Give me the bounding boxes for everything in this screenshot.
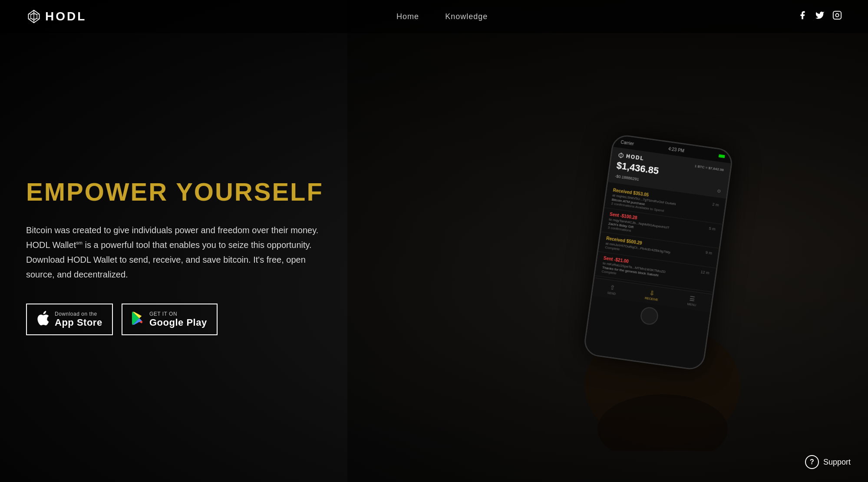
svg-rect-5 (833, 11, 841, 19)
tx-time-4: 12 m (700, 270, 710, 275)
phone-brand-name: HODL (626, 153, 645, 162)
google-play-small-text: GET IT ON (149, 311, 207, 317)
phone-btc-price: 1 BTC = $7,642.98 (695, 164, 724, 172)
nav-knowledge[interactable]: Knowledge (445, 12, 488, 21)
hodl-logo-icon (26, 9, 42, 24)
svg-line-10 (621, 153, 622, 158)
phone-tab-menu[interactable]: ☰ MENU (687, 295, 697, 307)
phone-hand-container: Carrier 4:23 PM (597, 158, 719, 364)
download-buttons: Download on the App Store GET IT ON Goog… (26, 304, 457, 335)
nav-links: Home Knowledge (396, 12, 488, 21)
support-button[interactable]: ? Support (805, 455, 851, 469)
google-play-button[interactable]: GET IT ON Google Play (122, 304, 218, 335)
phone-tab-receive[interactable]: ⇩ RECEIVE (645, 289, 660, 301)
carrier-label: Carrier (620, 139, 634, 146)
phone-hodl-logo (618, 152, 625, 159)
send-tab-icon: ⇧ (609, 284, 615, 291)
navbar: HODL Home Knowledge (0, 0, 868, 33)
app-store-button[interactable]: Download on the App Store (26, 304, 113, 335)
apple-icon (36, 310, 50, 328)
social-icons (798, 10, 842, 23)
instagram-icon[interactable] (832, 10, 842, 23)
menu-tab-icon: ☰ (689, 295, 696, 303)
headline: EMPOWER YOURSELF (26, 178, 457, 206)
twitter-icon[interactable] (815, 10, 825, 23)
phone-home-button[interactable] (640, 306, 659, 326)
google-play-icon (132, 311, 144, 327)
app-store-small-text: Download on the (55, 311, 102, 317)
superscript: sm (76, 241, 83, 246)
app-store-large-text: App Store (55, 317, 102, 328)
main-content: EMPOWER YOURSELF Bitcoin was created to … (0, 33, 868, 480)
left-content: EMPOWER YOURSELF Bitcoin was created to … (26, 178, 475, 336)
google-play-large-text: Google Play (149, 317, 207, 328)
phone-btc-balance: -$0.18886291 (615, 174, 639, 182)
receive-tab-label: RECEIVE (645, 297, 658, 301)
logo-text: HODL (45, 10, 86, 23)
facebook-icon[interactable] (798, 10, 807, 23)
phone-transactions: Received $353.05 2 m at mqHeLShkV5U...7g… (595, 182, 726, 294)
right-content: Carrier 4:23 PM (475, 149, 842, 364)
phone-search-icon[interactable]: ○ (717, 187, 722, 195)
app-store-text: Download on the App Store (55, 311, 102, 328)
phone-tab-send[interactable]: ⇧ SEND (607, 284, 617, 295)
tx-time-1: 2 m (712, 202, 719, 207)
menu-tab-label: MENU (687, 302, 696, 307)
send-tab-label: SEND (607, 291, 616, 296)
battery-indicator (719, 154, 725, 158)
hero-description: Bitcoin was created to give individuals … (26, 223, 321, 282)
tx-time-2: 5 m (709, 226, 716, 231)
support-icon: ? (805, 455, 819, 469)
time-label: 4:23 PM (668, 146, 685, 153)
tx-time-3: 9 m (706, 250, 713, 255)
logo-area: HODL (26, 9, 86, 24)
support-label: Support (823, 458, 851, 467)
receive-tab-icon: ⇩ (649, 289, 655, 297)
google-play-text: GET IT ON Google Play (149, 311, 207, 328)
nav-home[interactable]: Home (396, 12, 419, 21)
